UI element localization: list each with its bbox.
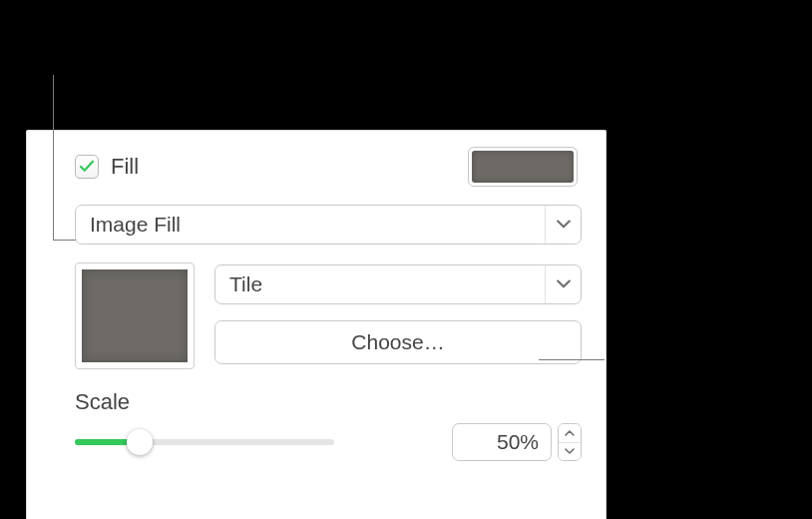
scale-slider[interactable] (75, 427, 334, 457)
fill-label: Fill (111, 154, 139, 180)
fill-checkbox[interactable] (75, 155, 99, 179)
scale-input[interactable]: 50% (452, 423, 552, 461)
fill-image-preview (82, 269, 188, 362)
chevron-up-icon (565, 429, 575, 437)
chevron-down-icon (545, 206, 581, 244)
callout-line (53, 75, 54, 241)
chevron-down-icon (545, 265, 581, 303)
fill-image-thumbnail[interactable] (75, 262, 195, 369)
fill-checkbox-group: Fill (75, 154, 139, 180)
slider-thumb[interactable] (127, 429, 153, 455)
stepper-up-button[interactable] (559, 424, 581, 443)
fill-header-row: Fill (57, 147, 582, 187)
callout-line (539, 359, 605, 360)
checkmark-icon (78, 158, 96, 176)
scale-value-group: 50% (452, 423, 582, 461)
chevron-down-icon (565, 447, 575, 455)
image-mode-dropdown[interactable]: Tile (214, 264, 582, 304)
fill-type-dropdown[interactable]: Image Fill (75, 205, 582, 245)
stepper-down-button[interactable] (559, 443, 581, 461)
fill-color-well[interactable] (468, 147, 578, 187)
fill-panel: Fill Image Fill Tile (26, 130, 607, 519)
scale-label: Scale (57, 389, 582, 415)
scale-stepper (558, 423, 582, 461)
fill-type-value: Image Fill (90, 213, 181, 237)
choose-image-button[interactable]: Choose… (214, 320, 582, 364)
fill-color-swatch (472, 151, 574, 183)
callout-line (53, 240, 76, 241)
scale-value-text: 50% (497, 430, 539, 454)
image-mode-value: Tile (229, 272, 262, 296)
choose-button-label: Choose… (351, 330, 444, 354)
